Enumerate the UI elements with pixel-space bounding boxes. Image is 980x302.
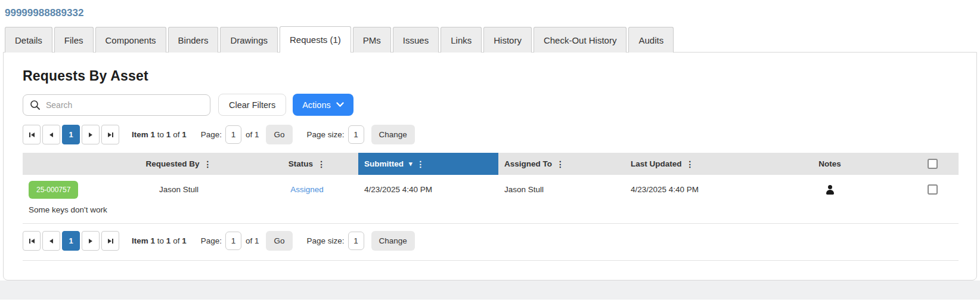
- page-size-label: Page size:: [307, 236, 345, 245]
- actions-button[interactable]: Actions: [293, 94, 353, 116]
- request-description: Some keys don't work: [23, 204, 959, 224]
- item-to: 1: [166, 236, 171, 245]
- last-page-button[interactable]: [101, 231, 119, 251]
- select-all-checkbox[interactable]: [928, 159, 938, 169]
- of-word: of: [173, 236, 179, 245]
- column-header-select: [907, 153, 959, 175]
- tab-requests[interactable]: Requests (1): [280, 26, 351, 53]
- column-header-label: Submitted: [364, 159, 404, 168]
- request-id-badge[interactable]: 25-000757: [29, 181, 78, 199]
- page-label: Page:: [201, 236, 222, 245]
- tab-pms[interactable]: PMs: [353, 27, 391, 53]
- tab-checkout-history[interactable]: Check-Out History: [534, 27, 627, 53]
- table-row: 25-000757 Jason Stull Assigned 4/23/2025…: [23, 175, 959, 204]
- column-header-label: Assigned To: [504, 159, 552, 168]
- to-word: to: [157, 130, 164, 139]
- toolbar: Clear Filters Actions: [23, 94, 959, 116]
- column-menu-icon[interactable]: ⋮: [686, 159, 694, 169]
- of-word: of: [173, 130, 179, 139]
- page-label: Page:: [201, 130, 222, 139]
- tab-audits[interactable]: Audits: [628, 27, 674, 53]
- page-of-label: of 1: [246, 130, 259, 139]
- page-number-input[interactable]: [225, 232, 241, 250]
- tab-bar: Details Files Components Binders Drawing…: [5, 26, 977, 53]
- item-to: 1: [166, 130, 171, 139]
- next-page-button[interactable]: [82, 231, 100, 251]
- submitted-cell: 4/23/2025 4:40 PM: [358, 185, 498, 194]
- previous-page-button[interactable]: [42, 125, 60, 144]
- tab-components[interactable]: Components: [95, 27, 166, 53]
- tab-binders[interactable]: Binders: [168, 27, 219, 53]
- item-word: Item: [132, 236, 148, 245]
- column-menu-icon[interactable]: ⋮: [317, 159, 325, 169]
- person-icon[interactable]: [826, 185, 835, 195]
- tab-details[interactable]: Details: [5, 27, 52, 53]
- change-button[interactable]: Change: [371, 231, 415, 251]
- column-header-label: Status: [289, 159, 313, 168]
- column-header-label: Notes: [818, 159, 841, 168]
- change-button[interactable]: Change: [371, 125, 415, 144]
- item-from: 1: [151, 130, 156, 139]
- column-header-submitted[interactable]: Submitted ▾ ⋮: [358, 153, 498, 175]
- first-page-button[interactable]: [23, 125, 41, 144]
- item-from: 1: [151, 236, 156, 245]
- page-1-button[interactable]: 1: [62, 125, 80, 144]
- tab-files[interactable]: Files: [54, 27, 94, 53]
- page-size-input[interactable]: [348, 232, 364, 250]
- search-field-wrap: [23, 94, 210, 116]
- sort-desc-icon: ▾: [409, 160, 413, 168]
- row-select-checkbox[interactable]: [928, 184, 938, 195]
- search-icon: [30, 100, 41, 110]
- column-header-assigned-to[interactable]: Assigned To ⋮: [498, 153, 625, 175]
- tab-issues[interactable]: Issues: [393, 27, 439, 53]
- asset-number-link[interactable]: 99999988889332: [5, 7, 83, 19]
- go-button[interactable]: Go: [266, 231, 292, 251]
- column-menu-icon[interactable]: ⋮: [204, 159, 212, 169]
- column-header-label: Last Updated: [631, 159, 682, 168]
- page-size-input[interactable]: [348, 125, 364, 144]
- page-of-label: of 1: [246, 236, 259, 245]
- bottom-divider: [23, 260, 959, 261]
- last-page-button[interactable]: [101, 125, 119, 144]
- item-word: Item: [132, 130, 148, 139]
- requests-table: Requested By ⋮ Status ⋮ Submitted ▾ ⋮ As…: [23, 153, 959, 224]
- tab-history[interactable]: History: [483, 27, 532, 53]
- item-summary: Item 1 to 1 of 1: [132, 236, 187, 245]
- request-id-cell: 25-000757: [23, 181, 102, 199]
- previous-page-button[interactable]: [42, 231, 60, 251]
- column-header-requested-by[interactable]: Requested By ⋮: [102, 153, 256, 175]
- status-link[interactable]: Assigned: [290, 185, 324, 194]
- pagination-top: 1 Item 1 to 1 of 1 Page: of 1 Go Page si…: [23, 125, 959, 144]
- item-summary: Item 1 to 1 of 1: [132, 130, 187, 139]
- column-menu-icon[interactable]: ⋮: [556, 159, 565, 169]
- column-header-notes: Notes: [753, 153, 907, 175]
- page-footer-band: [0, 281, 980, 300]
- notes-cell: [753, 185, 907, 195]
- first-page-button[interactable]: [23, 231, 41, 251]
- column-header-label: Requested By: [145, 159, 199, 168]
- page-title: Requests By Asset: [23, 68, 959, 84]
- assigned-to-cell: Jason Stull: [498, 185, 625, 194]
- tab-drawings[interactable]: Drawings: [220, 27, 278, 53]
- search-input[interactable]: [23, 94, 210, 116]
- column-header-last-updated[interactable]: Last Updated ⋮: [625, 153, 753, 175]
- item-total: 1: [182, 130, 187, 139]
- page-1-button[interactable]: 1: [62, 231, 80, 251]
- tab-links[interactable]: Links: [441, 27, 482, 53]
- column-header-status[interactable]: Status ⋮: [256, 153, 358, 175]
- requests-panel: Requests By Asset Clear Filters Actions …: [3, 52, 977, 281]
- status-cell: Assigned: [256, 185, 358, 194]
- requested-by-cell: Jason Stull: [102, 185, 256, 194]
- next-page-button[interactable]: [82, 125, 100, 144]
- to-word: to: [157, 236, 164, 245]
- page-number-input[interactable]: [225, 125, 241, 144]
- chevron-down-icon: [336, 102, 344, 107]
- clear-filters-button[interactable]: Clear Filters: [218, 94, 286, 116]
- go-button[interactable]: Go: [266, 125, 292, 144]
- pagination-bottom: 1 Item 1 to 1 of 1 Page: of 1 Go Page si…: [23, 231, 959, 251]
- table-header-row: Requested By ⋮ Status ⋮ Submitted ▾ ⋮ As…: [23, 153, 959, 175]
- last-updated-cell: 4/23/2025 4:40 PM: [625, 185, 753, 194]
- column-menu-icon[interactable]: ⋮: [417, 159, 425, 169]
- row-select-cell: [907, 184, 959, 195]
- item-total: 1: [182, 236, 187, 245]
